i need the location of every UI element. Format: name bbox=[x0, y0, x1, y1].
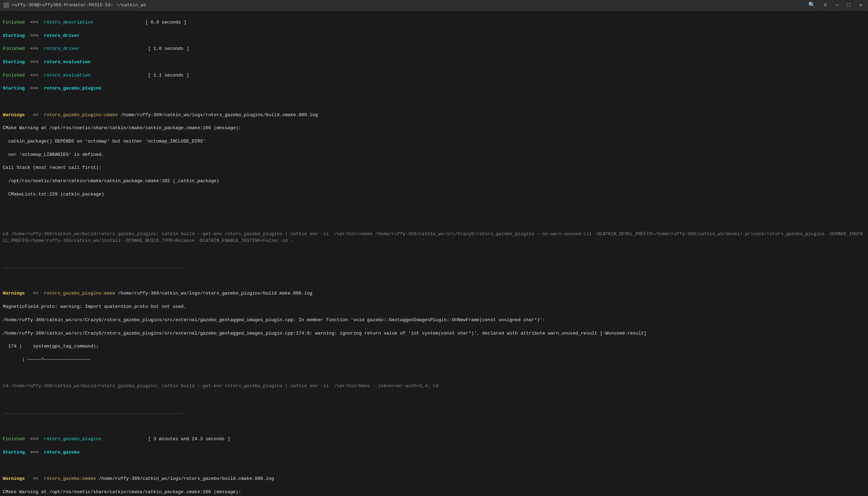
line-dots1: ........................................… bbox=[3, 264, 865, 271]
line-7 bbox=[3, 99, 865, 105]
line-3: Finished <<< rotors_driver [ 1.0 seconds… bbox=[3, 46, 865, 52]
line-warn3: Warnings << rotors_gazebo:cmake /home/ru… bbox=[3, 476, 865, 482]
line-warn2: Warnings << rotors_gazebo_plugins:make /… bbox=[3, 290, 865, 297]
line-code2: | ~~~~~^~~~~~~~~~~~~~~~~~ bbox=[3, 357, 865, 363]
line-5: Finished <<< rotors_evaluation [ 1.1 sec… bbox=[3, 72, 865, 79]
line-blank7 bbox=[3, 423, 865, 429]
line-2: Starting >>> rotors_driver bbox=[3, 33, 865, 39]
close-button[interactable]: ✕ bbox=[857, 2, 864, 9]
line-fin-gaz-plugins: Finished <<< rotors_gazebo_plugins [ 3 m… bbox=[3, 436, 865, 443]
line-blank8 bbox=[3, 462, 865, 469]
line-blank6 bbox=[3, 396, 865, 403]
line-6: Starting >>> rotors_gazebo_plugins bbox=[3, 85, 865, 92]
terminal-content: Finished <<< rotors_description [ 0.8 se… bbox=[0, 11, 868, 496]
line-code1: 174 | system(gps_tag_command); bbox=[3, 343, 865, 350]
terminal-icon bbox=[4, 2, 9, 8]
line-file1: /home/ruffy-369/catkin_ws/src/CrazyS/rot… bbox=[3, 317, 865, 324]
line-blank4 bbox=[3, 277, 865, 284]
line-dots2: ........................................… bbox=[3, 410, 865, 416]
line-12: Call Stack (most recent call first): bbox=[3, 165, 865, 171]
line-cmake2: CMake Warning at /opt/ros/noetic/share/c… bbox=[3, 489, 865, 496]
line-14: CMakeLists.txt:229 (catkin_package) bbox=[3, 191, 865, 198]
maximize-button[interactable]: □ bbox=[845, 2, 853, 9]
line-9: CMake Warning at /opt/ros/noetic/share/c… bbox=[3, 125, 865, 132]
line-13: /opt/ros/noetic/share/catkin/cmake/catki… bbox=[3, 178, 865, 185]
line-blank5 bbox=[3, 370, 865, 377]
line-blank2 bbox=[3, 218, 865, 224]
search-button[interactable]: 🔍 bbox=[806, 2, 817, 9]
line-11: nor 'octomap_LIBRARIES' is defined. bbox=[3, 152, 865, 158]
line-4: Starting >>> rotors_evaluation bbox=[3, 59, 865, 66]
line-8: Warnings << rotors_gazebo_plugins:cmake … bbox=[3, 112, 865, 119]
titlebar: ruffy-369@ruffy369-Predator-PH315-54: ~/… bbox=[0, 0, 868, 11]
line-file2: /home/ruffy-369/catkin_ws/src/CrazyS/rot… bbox=[3, 330, 865, 337]
line-blank1 bbox=[3, 204, 865, 211]
line-blank3 bbox=[3, 251, 865, 257]
menu-button[interactable]: ≡ bbox=[822, 2, 829, 9]
minimize-button[interactable]: ─ bbox=[833, 2, 841, 9]
line-10: catkin_package() DEPENDS on 'octomap' bu… bbox=[3, 138, 865, 145]
line-cmd1: cd /home/ruffy-369/catkin_ws/build/rotor… bbox=[3, 231, 865, 244]
titlebar-title: ruffy-369@ruffy369-Predator-PH315-54: ~/… bbox=[12, 2, 146, 8]
line-cmd2: cd /home/ruffy-369/catkin_ws/build/rotor… bbox=[3, 383, 865, 390]
line-1: Finished <<< rotors_description [ 0.8 se… bbox=[3, 19, 865, 26]
line-start-gaz: Starting >>> rotors_gazebo bbox=[3, 449, 865, 456]
line-magnet: MagneticField.proto: warning: Import qua… bbox=[3, 304, 865, 310]
